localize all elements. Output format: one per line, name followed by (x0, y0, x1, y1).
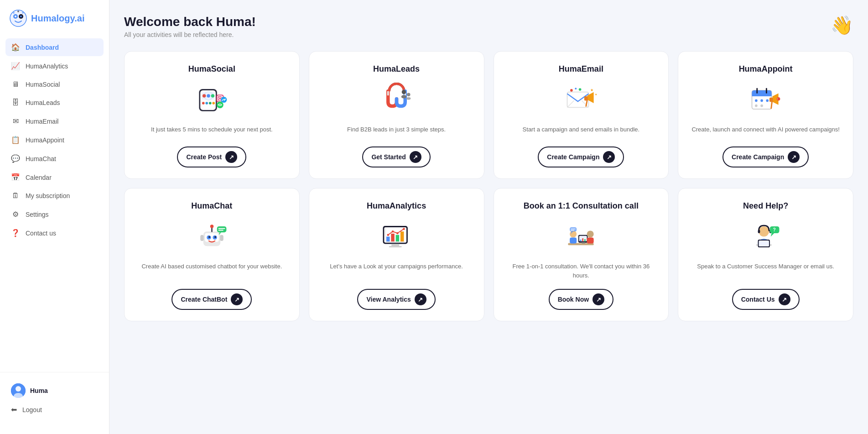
card-title-huma-social: HumaSocial (188, 64, 235, 74)
svg-point-49 (755, 99, 758, 102)
create-chatbot-button[interactable]: Create ChatBot ↗ (172, 289, 252, 310)
card-huma-social: HumaSocial (124, 51, 300, 179)
card-desc-huma-social: It just takes 5 mins to schedule your ne… (151, 125, 273, 137)
svg-point-50 (760, 99, 763, 102)
arrow-icon: ↗ (779, 293, 790, 305)
logout-button[interactable]: ⬅ Logout (5, 402, 104, 418)
card-title-huma-appoint: HumaAppoint (739, 64, 793, 74)
calendar-icon: 📅 (11, 173, 20, 182)
book-now-button[interactable]: Book Now ↗ (549, 289, 613, 310)
sidebar-item-huma-chat[interactable]: 💬 HumaChat (5, 150, 104, 167)
sidebar-label-calendar: Calendar (26, 174, 52, 181)
header-text: Welcome back Huma! All your activities w… (124, 15, 256, 38)
svg-point-53 (760, 104, 763, 107)
svg-point-41 (570, 89, 573, 92)
settings-icon: ⚙ (11, 210, 20, 219)
sidebar-item-huma-analytics[interactable]: 📈 HumaAnalytics (5, 57, 104, 75)
sidebar-label-my-subscription: My subscription (26, 192, 70, 199)
svg-rect-93 (584, 239, 586, 241)
create-campaign-appoint-button[interactable]: Create Campaign ↗ (722, 146, 809, 167)
create-campaign-email-label: Create Campaign (547, 153, 599, 161)
arrow-icon: ↗ (231, 293, 243, 305)
svg-point-43 (579, 88, 582, 91)
card-need-help: Need Help? (678, 188, 853, 321)
sidebar-nav: 🏠 Dashboard 📈 HumaAnalytics 🖥 HumaSocial… (0, 38, 109, 372)
card-desc-huma-analytics: Let's have a Look at your campaigns perf… (330, 262, 463, 280)
arrow-icon: ↗ (415, 293, 426, 305)
svg-point-0 (10, 10, 26, 26)
get-started-button[interactable]: Get Started ↗ (362, 146, 430, 167)
sidebar-item-my-subscription[interactable]: 🗓 My subscription (5, 187, 104, 204)
svg-point-51 (766, 99, 769, 102)
svg-rect-78 (400, 231, 404, 242)
sidebar-label-huma-email: HumaEmail (26, 118, 58, 125)
logout-icon: ⬅ (11, 405, 17, 414)
card-icon-need-help: ? (748, 218, 784, 255)
sidebar-item-contact-us[interactable]: ❓ Contact us (5, 224, 104, 242)
svg-point-32 (407, 93, 411, 96)
svg-rect-66 (200, 235, 204, 241)
sidebar-item-dashboard[interactable]: 🏠 Dashboard (5, 38, 104, 56)
card-desc-huma-email: Start a campaign and send emails in bund… (523, 125, 640, 137)
book-now-label: Book Now (558, 296, 589, 303)
view-analytics-button[interactable]: View Analytics ↗ (357, 289, 435, 310)
leads-icon: 🗄 (11, 99, 20, 107)
svg-point-65 (210, 225, 214, 228)
create-chatbot-label: Create ChatBot (181, 296, 227, 303)
svg-rect-92 (582, 238, 584, 241)
svg-rect-74 (389, 246, 401, 247)
svg-point-19 (205, 102, 208, 105)
email-icon: ✉ (11, 117, 20, 125)
svg-text:★: ★ (591, 88, 594, 92)
arrow-icon: ↗ (410, 151, 421, 163)
contact-us-button[interactable]: Contact Us ↗ (732, 289, 800, 310)
sidebar-item-huma-leads[interactable]: 🗄 HumaLeads (5, 94, 104, 111)
card-desc-need-help: Speak to a Customer Success Manager or e… (697, 262, 834, 280)
card-desc-huma-chat: Create AI based customised chatbot for y… (141, 262, 282, 280)
arrow-icon: ↗ (593, 293, 604, 305)
view-analytics-label: View Analytics (366, 296, 411, 303)
svg-point-33 (406, 97, 411, 99)
logout-label: Logout (22, 406, 42, 413)
contact-icon: ❓ (11, 229, 20, 237)
create-post-label: Create Post (186, 153, 222, 161)
sidebar-item-huma-social[interactable]: 🖥 HumaSocial (5, 76, 104, 93)
svg-point-86 (570, 230, 577, 237)
logo: Humalogy.ai (0, 9, 109, 38)
svg-point-42 (575, 88, 577, 89)
sidebar-label-huma-analytics: HumaAnalytics (26, 63, 68, 70)
arrow-icon: ↗ (225, 151, 237, 163)
svg-point-25 (221, 96, 222, 97)
svg-point-21 (212, 102, 215, 105)
sidebar-label-huma-chat: HumaChat (26, 155, 56, 162)
svg-rect-77 (395, 235, 399, 241)
card-icon-huma-analytics (378, 218, 415, 255)
sidebar-label-huma-leads: HumaLeads (26, 99, 60, 106)
arrow-icon: ↗ (788, 151, 800, 163)
page-title: Welcome back Huma! (124, 15, 256, 29)
svg-rect-46 (752, 94, 772, 96)
sidebar-item-settings[interactable]: ⚙ Settings (5, 205, 104, 223)
social-icon: 🖥 (11, 80, 20, 89)
card-title-huma-chat: HumaChat (191, 201, 232, 211)
sidebar-item-calendar[interactable]: 📅 Calendar (5, 168, 104, 186)
svg-point-80 (391, 230, 394, 232)
svg-point-81 (396, 232, 399, 234)
card-title-huma-email: HumaEmail (559, 64, 603, 74)
svg-point-30 (401, 89, 405, 94)
create-campaign-email-button[interactable]: Create Campaign ↗ (538, 146, 624, 167)
user-name: Huma (30, 387, 48, 394)
svg-rect-73 (391, 244, 399, 246)
sidebar-label-settings: Settings (26, 211, 49, 218)
sidebar-item-huma-email[interactable]: ✉ HumaEmail (5, 112, 104, 130)
user-profile[interactable]: Huma (5, 380, 104, 402)
svg-rect-75 (386, 236, 390, 241)
svg-point-27 (221, 96, 227, 102)
subscription-icon: 🗓 (11, 192, 20, 200)
sidebar-item-huma-appoint[interactable]: 📋 HumaAppoint (5, 131, 104, 149)
analytics-icon: 📈 (11, 62, 20, 70)
card-huma-chat: HumaChat (124, 188, 300, 321)
create-post-button[interactable]: Create Post ↗ (177, 146, 246, 167)
svg-point-4 (20, 16, 22, 17)
cards-grid: HumaSocial (124, 51, 853, 321)
